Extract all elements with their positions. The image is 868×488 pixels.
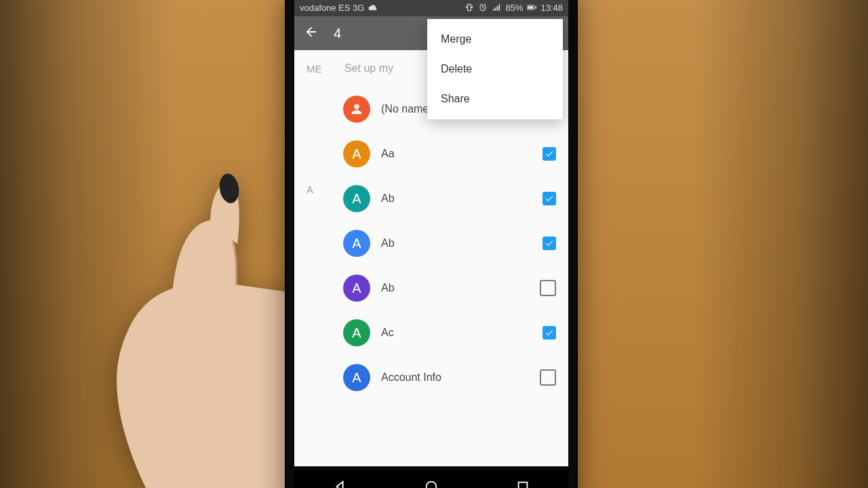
contact-name: Aa xyxy=(381,148,532,160)
letter-avatar: A xyxy=(343,230,370,257)
overflow-menu: Merge Delete Share xyxy=(427,19,563,119)
selection-count: 4 xyxy=(334,26,341,41)
check-icon xyxy=(545,239,554,248)
square-recent-icon xyxy=(515,479,530,488)
me-header: ME xyxy=(307,63,332,75)
circle-home-icon xyxy=(424,479,439,488)
contact-name: Account Info xyxy=(381,371,529,384)
letter-avatar: A xyxy=(343,319,370,346)
contact-row[interactable]: AAa xyxy=(294,131,568,176)
arrow-left-icon xyxy=(304,24,319,39)
back-button[interactable] xyxy=(304,24,319,43)
battery-icon xyxy=(527,3,536,12)
contact-checkbox[interactable] xyxy=(542,237,556,250)
vibrate-icon xyxy=(465,3,474,12)
contact-row[interactable]: AAb xyxy=(294,221,568,266)
person-icon xyxy=(349,102,364,117)
menu-item-delete[interactable]: Delete xyxy=(427,54,563,84)
contact-checkbox[interactable] xyxy=(542,192,556,205)
check-icon xyxy=(545,149,554,159)
svg-rect-4 xyxy=(536,6,537,8)
letter-avatar: A xyxy=(343,185,370,212)
contact-name: Ab xyxy=(381,282,529,294)
svg-rect-3 xyxy=(528,6,534,9)
contact-row[interactable]: AAc xyxy=(294,310,568,355)
svg-rect-6 xyxy=(518,483,527,488)
menu-item-merge[interactable]: Merge xyxy=(427,24,563,54)
letter-avatar: A xyxy=(343,364,370,391)
contact-checkbox[interactable] xyxy=(542,147,556,161)
contact-name: Ab xyxy=(381,192,532,205)
check-icon xyxy=(545,194,554,203)
check-icon xyxy=(545,328,554,338)
contact-name: Ab xyxy=(381,237,532,249)
status-bar: vodafone ES 3G 85% 13:48 xyxy=(294,0,568,16)
triangle-back-icon xyxy=(332,479,347,488)
contact-row[interactable]: AAb xyxy=(294,266,568,310)
carrier-label: vodafone ES 3G xyxy=(300,3,364,13)
letter-avatar: A xyxy=(343,140,370,167)
contact-checkbox[interactable] xyxy=(542,326,556,340)
nav-back-button[interactable] xyxy=(332,479,347,488)
contact-row[interactable]: AAccount Info xyxy=(294,355,568,400)
phone-screen: vodafone ES 3G 85% 13:48 4 ME Set up my … xyxy=(294,0,568,466)
letter-avatar: A xyxy=(343,274,370,302)
cloud-icon xyxy=(368,3,378,12)
section-header: A xyxy=(307,184,313,195)
contact-name: Ac xyxy=(381,327,532,339)
contact-row[interactable]: AAb xyxy=(294,176,568,221)
battery-percent: 85% xyxy=(505,3,523,13)
svg-point-5 xyxy=(427,482,437,488)
nav-recent-button[interactable] xyxy=(515,479,530,488)
android-nav-bar xyxy=(294,470,568,488)
me-setup-label: Set up my xyxy=(344,62,393,75)
clock-label: 13:48 xyxy=(540,3,563,13)
contact-checkbox[interactable] xyxy=(540,369,556,386)
alarm-icon xyxy=(478,3,488,12)
contact-checkbox[interactable] xyxy=(540,280,556,296)
signal-icon xyxy=(492,3,501,12)
phone-frame: vodafone ES 3G 85% 13:48 4 ME Set up my … xyxy=(285,0,578,488)
menu-item-share[interactable]: Share xyxy=(427,84,563,114)
person-avatar xyxy=(343,96,370,123)
nav-home-button[interactable] xyxy=(424,479,439,488)
